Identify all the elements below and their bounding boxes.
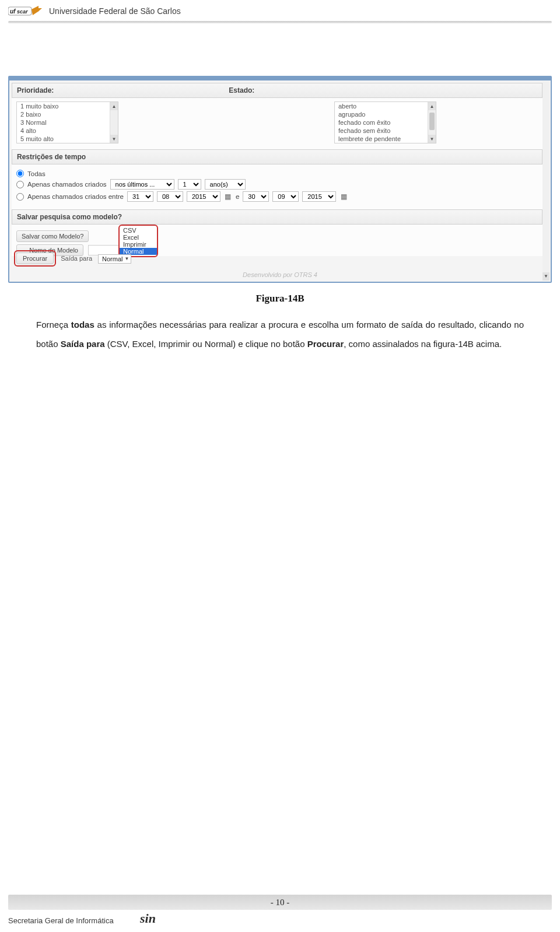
text: , como assinalados na figura-14B acima. — [344, 339, 502, 349]
select-from-month[interactable]: 08 — [157, 191, 183, 202]
section-restricoes: Restrições de tempo — [12, 149, 542, 164]
prioridade-list[interactable]: 1 muito baixo 2 baixo 3 Normal 4 alto 5 … — [16, 101, 118, 143]
scroll-down-icon[interactable]: ▼ — [110, 135, 118, 143]
calendar-icon[interactable]: ▦ — [340, 192, 348, 201]
footer-logo: sin — [140, 911, 156, 926]
scroll-down-icon[interactable]: ▼ — [428, 135, 436, 143]
dropdown-option[interactable]: Excel — [120, 234, 157, 241]
dropdown-option[interactable]: Imprimir — [120, 241, 157, 248]
window-scrollbar[interactable]: ▼ — [542, 82, 550, 281]
procurar-highlight: Procurar — [14, 250, 56, 267]
figure-caption: Figura-14B — [0, 293, 560, 304]
label-salvar-como: Salvar como Modelo? — [16, 230, 89, 242]
list-item[interactable]: fechado com êxito — [335, 118, 436, 127]
label-estado: Estado: — [229, 86, 254, 94]
label-saida-para: Saída para — [61, 255, 92, 262]
list-item[interactable]: agrupado — [335, 110, 436, 118]
label-prioridade: Prioridade: — [17, 86, 54, 94]
radio-criados-entre[interactable]: Apenas chamados criados entre 31 08 2015… — [16, 191, 538, 202]
select-nos-ultimos[interactable]: nos últimos ... — [110, 179, 174, 190]
scroll-up-icon[interactable]: ▲ — [110, 102, 118, 110]
ufscar-logo: uf scar — [8, 5, 42, 19]
calendar-icon[interactable]: ▦ — [224, 192, 232, 201]
radio-label: Apenas chamados criados — [27, 181, 107, 188]
radio-input[interactable] — [16, 170, 24, 177]
radio-input[interactable] — [16, 193, 24, 201]
select-from-day[interactable]: 31 — [127, 191, 153, 202]
radio-label: Todas — [27, 170, 46, 177]
radio-label: Apenas chamados criados entre — [27, 193, 124, 200]
list-item[interactable]: 1 muito baixo — [17, 102, 118, 110]
select-to-month[interactable]: 09 — [272, 191, 299, 202]
scrollbar[interactable]: ▲ ▼ — [428, 102, 436, 143]
select-unit[interactable]: ano(s) — [205, 179, 246, 190]
section-prioridade-estado: Prioridade: Estado: — [12, 83, 542, 98]
text-bold: Procurar — [307, 339, 344, 349]
select-to-year[interactable]: 2015 — [302, 191, 336, 202]
header-divider — [8, 21, 552, 23]
radio-input[interactable] — [16, 181, 24, 188]
list-item[interactable]: lembrete de pendente — [335, 135, 436, 143]
footer-org: Secretaria Geral de Informática — [8, 916, 114, 925]
date-separator: e — [236, 193, 239, 200]
svg-text:scar: scar — [17, 9, 28, 15]
estado-list[interactable]: aberto agrupado fechado com êxito fechad… — [334, 101, 436, 143]
svg-text:uf: uf — [10, 8, 16, 15]
text: (CSV, Excel, Imprimir ou Normal) e cliqu… — [105, 339, 307, 349]
list-item[interactable]: 2 baixo — [17, 110, 118, 118]
radio-criados[interactable]: Apenas chamados criados nos últimos ... … — [16, 179, 538, 190]
dropdown-option[interactable]: CSV — [120, 227, 157, 234]
text-bold: Saída para — [61, 339, 105, 349]
powered-by: Desenvolvido por OTRS 4 — [9, 271, 551, 278]
select-qty[interactable]: 1 — [178, 179, 201, 190]
list-item[interactable]: 3 Normal — [17, 118, 118, 127]
section-salvar: Salvar pesquisa como modelo? — [12, 209, 542, 225]
university-title: Universidade Federal de São Carlos — [49, 6, 181, 16]
scroll-up-icon[interactable]: ▲ — [428, 102, 436, 110]
list-item[interactable]: aberto — [335, 102, 436, 110]
scrollbar-thumb[interactable] — [429, 113, 435, 130]
text-bold: todas — [71, 320, 94, 330]
radio-todas[interactable]: Todas — [16, 170, 538, 177]
scroll-down-icon[interactable]: ▼ — [542, 272, 550, 281]
saida-select[interactable]: Normal — [98, 254, 131, 264]
procurar-button[interactable]: Procurar — [16, 253, 54, 264]
select-from-year[interactable]: 2015 — [187, 191, 220, 202]
page-number: - 10 - — [0, 898, 560, 908]
list-item[interactable]: fechado sem êxito — [335, 127, 436, 135]
scrollbar[interactable]: ▲ ▼ — [110, 102, 118, 143]
list-item[interactable]: 4 alto — [17, 127, 118, 135]
text: Forneça — [36, 320, 71, 330]
select-to-day[interactable]: 30 — [243, 191, 269, 202]
body-paragraph: Forneça todas as informações necessárias… — [36, 315, 524, 353]
otrs-screenshot-panel: Prioridade: Estado: 1 muito baixo 2 baix… — [8, 76, 552, 283]
list-item[interactable]: 5 muito alto — [17, 135, 118, 143]
